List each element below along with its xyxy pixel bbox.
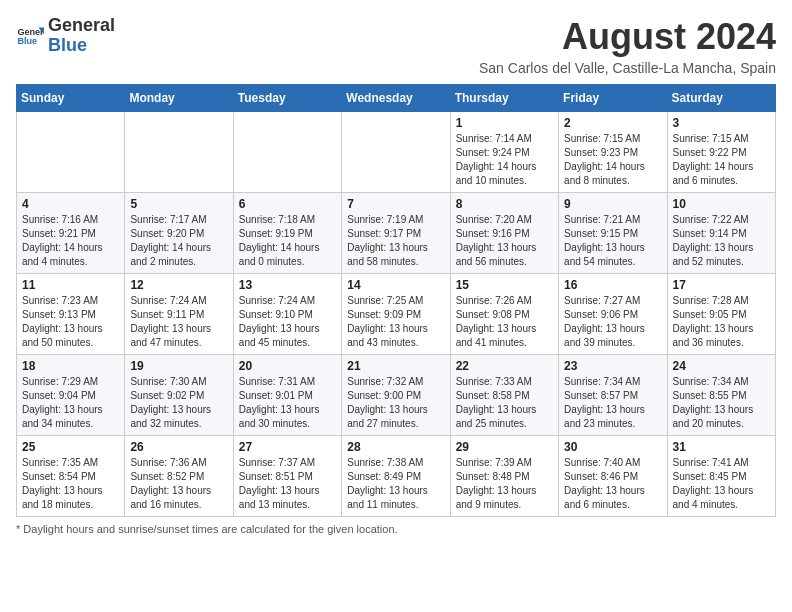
location-subtitle: San Carlos del Valle, Castille-La Mancha… xyxy=(479,60,776,76)
day-number: 5 xyxy=(130,197,227,211)
day-info: Sunrise: 7:29 AMSunset: 9:04 PMDaylight:… xyxy=(22,375,119,431)
day-number: 3 xyxy=(673,116,770,130)
weekday-header-monday: Monday xyxy=(125,85,233,112)
empty-cell xyxy=(342,112,450,193)
page-header: General Blue General Blue August 2024 Sa… xyxy=(16,16,776,76)
weekday-header-saturday: Saturday xyxy=(667,85,775,112)
day-info: Sunrise: 7:14 AMSunset: 9:24 PMDaylight:… xyxy=(456,132,553,188)
footer-note: * Daylight hours and sunrise/sunset time… xyxy=(16,523,776,535)
day-cell-25: 25Sunrise: 7:35 AMSunset: 8:54 PMDayligh… xyxy=(17,436,125,517)
weekday-header-friday: Friday xyxy=(559,85,667,112)
day-number: 27 xyxy=(239,440,336,454)
week-row-2: 4Sunrise: 7:16 AMSunset: 9:21 PMDaylight… xyxy=(17,193,776,274)
day-info: Sunrise: 7:30 AMSunset: 9:02 PMDaylight:… xyxy=(130,375,227,431)
day-number: 7 xyxy=(347,197,444,211)
day-info: Sunrise: 7:37 AMSunset: 8:51 PMDaylight:… xyxy=(239,456,336,512)
day-cell-16: 16Sunrise: 7:27 AMSunset: 9:06 PMDayligh… xyxy=(559,274,667,355)
day-info: Sunrise: 7:25 AMSunset: 9:09 PMDaylight:… xyxy=(347,294,444,350)
day-cell-4: 4Sunrise: 7:16 AMSunset: 9:21 PMDaylight… xyxy=(17,193,125,274)
day-number: 15 xyxy=(456,278,553,292)
day-info: Sunrise: 7:17 AMSunset: 9:20 PMDaylight:… xyxy=(130,213,227,269)
day-cell-23: 23Sunrise: 7:34 AMSunset: 8:57 PMDayligh… xyxy=(559,355,667,436)
day-number: 2 xyxy=(564,116,661,130)
day-number: 18 xyxy=(22,359,119,373)
day-info: Sunrise: 7:23 AMSunset: 9:13 PMDaylight:… xyxy=(22,294,119,350)
day-info: Sunrise: 7:15 AMSunset: 9:23 PMDaylight:… xyxy=(564,132,661,188)
day-number: 12 xyxy=(130,278,227,292)
day-info: Sunrise: 7:36 AMSunset: 8:52 PMDaylight:… xyxy=(130,456,227,512)
week-row-4: 18Sunrise: 7:29 AMSunset: 9:04 PMDayligh… xyxy=(17,355,776,436)
day-info: Sunrise: 7:19 AMSunset: 9:17 PMDaylight:… xyxy=(347,213,444,269)
day-number: 26 xyxy=(130,440,227,454)
day-cell-9: 9Sunrise: 7:21 AMSunset: 9:15 PMDaylight… xyxy=(559,193,667,274)
day-info: Sunrise: 7:28 AMSunset: 9:05 PMDaylight:… xyxy=(673,294,770,350)
day-info: Sunrise: 7:16 AMSunset: 9:21 PMDaylight:… xyxy=(22,213,119,269)
day-cell-28: 28Sunrise: 7:38 AMSunset: 8:49 PMDayligh… xyxy=(342,436,450,517)
day-info: Sunrise: 7:34 AMSunset: 8:55 PMDaylight:… xyxy=(673,375,770,431)
day-info: Sunrise: 7:32 AMSunset: 9:00 PMDaylight:… xyxy=(347,375,444,431)
day-number: 14 xyxy=(347,278,444,292)
day-number: 22 xyxy=(456,359,553,373)
day-number: 30 xyxy=(564,440,661,454)
day-number: 16 xyxy=(564,278,661,292)
day-cell-12: 12Sunrise: 7:24 AMSunset: 9:11 PMDayligh… xyxy=(125,274,233,355)
day-info: Sunrise: 7:15 AMSunset: 9:22 PMDaylight:… xyxy=(673,132,770,188)
day-info: Sunrise: 7:24 AMSunset: 9:10 PMDaylight:… xyxy=(239,294,336,350)
logo-icon: General Blue xyxy=(16,22,44,50)
weekday-header-tuesday: Tuesday xyxy=(233,85,341,112)
title-section: August 2024 San Carlos del Valle, Castil… xyxy=(479,16,776,76)
day-cell-27: 27Sunrise: 7:37 AMSunset: 8:51 PMDayligh… xyxy=(233,436,341,517)
day-number: 6 xyxy=(239,197,336,211)
day-cell-15: 15Sunrise: 7:26 AMSunset: 9:08 PMDayligh… xyxy=(450,274,558,355)
weekday-header-sunday: Sunday xyxy=(17,85,125,112)
week-row-3: 11Sunrise: 7:23 AMSunset: 9:13 PMDayligh… xyxy=(17,274,776,355)
day-cell-24: 24Sunrise: 7:34 AMSunset: 8:55 PMDayligh… xyxy=(667,355,775,436)
day-number: 20 xyxy=(239,359,336,373)
day-cell-19: 19Sunrise: 7:30 AMSunset: 9:02 PMDayligh… xyxy=(125,355,233,436)
weekday-header-wednesday: Wednesday xyxy=(342,85,450,112)
svg-text:Blue: Blue xyxy=(17,36,37,46)
logo-text: General Blue xyxy=(48,16,115,56)
day-cell-30: 30Sunrise: 7:40 AMSunset: 8:46 PMDayligh… xyxy=(559,436,667,517)
day-info: Sunrise: 7:21 AMSunset: 9:15 PMDaylight:… xyxy=(564,213,661,269)
day-info: Sunrise: 7:18 AMSunset: 9:19 PMDaylight:… xyxy=(239,213,336,269)
day-number: 24 xyxy=(673,359,770,373)
day-cell-26: 26Sunrise: 7:36 AMSunset: 8:52 PMDayligh… xyxy=(125,436,233,517)
day-number: 23 xyxy=(564,359,661,373)
day-number: 1 xyxy=(456,116,553,130)
day-cell-14: 14Sunrise: 7:25 AMSunset: 9:09 PMDayligh… xyxy=(342,274,450,355)
day-cell-2: 2Sunrise: 7:15 AMSunset: 9:23 PMDaylight… xyxy=(559,112,667,193)
day-cell-20: 20Sunrise: 7:31 AMSunset: 9:01 PMDayligh… xyxy=(233,355,341,436)
weekday-header-row: SundayMondayTuesdayWednesdayThursdayFrid… xyxy=(17,85,776,112)
day-number: 11 xyxy=(22,278,119,292)
day-number: 9 xyxy=(564,197,661,211)
day-cell-7: 7Sunrise: 7:19 AMSunset: 9:17 PMDaylight… xyxy=(342,193,450,274)
day-cell-8: 8Sunrise: 7:20 AMSunset: 9:16 PMDaylight… xyxy=(450,193,558,274)
day-cell-6: 6Sunrise: 7:18 AMSunset: 9:19 PMDaylight… xyxy=(233,193,341,274)
week-row-5: 25Sunrise: 7:35 AMSunset: 8:54 PMDayligh… xyxy=(17,436,776,517)
day-info: Sunrise: 7:27 AMSunset: 9:06 PMDaylight:… xyxy=(564,294,661,350)
day-number: 8 xyxy=(456,197,553,211)
day-info: Sunrise: 7:38 AMSunset: 8:49 PMDaylight:… xyxy=(347,456,444,512)
weekday-header-thursday: Thursday xyxy=(450,85,558,112)
day-info: Sunrise: 7:41 AMSunset: 8:45 PMDaylight:… xyxy=(673,456,770,512)
day-cell-10: 10Sunrise: 7:22 AMSunset: 9:14 PMDayligh… xyxy=(667,193,775,274)
day-info: Sunrise: 7:22 AMSunset: 9:14 PMDaylight:… xyxy=(673,213,770,269)
day-number: 21 xyxy=(347,359,444,373)
day-cell-31: 31Sunrise: 7:41 AMSunset: 8:45 PMDayligh… xyxy=(667,436,775,517)
day-number: 17 xyxy=(673,278,770,292)
empty-cell xyxy=(125,112,233,193)
day-number: 25 xyxy=(22,440,119,454)
day-number: 4 xyxy=(22,197,119,211)
day-number: 10 xyxy=(673,197,770,211)
day-info: Sunrise: 7:31 AMSunset: 9:01 PMDaylight:… xyxy=(239,375,336,431)
day-number: 13 xyxy=(239,278,336,292)
day-number: 31 xyxy=(673,440,770,454)
day-cell-17: 17Sunrise: 7:28 AMSunset: 9:05 PMDayligh… xyxy=(667,274,775,355)
day-cell-13: 13Sunrise: 7:24 AMSunset: 9:10 PMDayligh… xyxy=(233,274,341,355)
day-number: 19 xyxy=(130,359,227,373)
calendar-table: SundayMondayTuesdayWednesdayThursdayFrid… xyxy=(16,84,776,517)
day-info: Sunrise: 7:40 AMSunset: 8:46 PMDaylight:… xyxy=(564,456,661,512)
day-cell-18: 18Sunrise: 7:29 AMSunset: 9:04 PMDayligh… xyxy=(17,355,125,436)
day-info: Sunrise: 7:33 AMSunset: 8:58 PMDaylight:… xyxy=(456,375,553,431)
